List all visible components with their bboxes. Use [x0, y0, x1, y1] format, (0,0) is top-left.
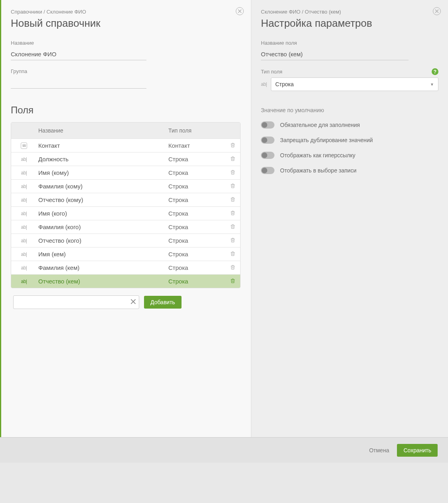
toggle-switch[interactable] — [261, 137, 274, 144]
row-type: Строка — [166, 210, 225, 217]
row-type: Строка — [166, 237, 225, 244]
col-type: Тип поля — [166, 123, 240, 139]
ab-icon: ab| — [21, 265, 27, 271]
toggle-label: Отображать в выборе записи — [280, 167, 356, 174]
delete-icon[interactable] — [230, 251, 236, 258]
row-type: Строка — [166, 224, 225, 230]
row-type: Строка — [166, 156, 225, 162]
row-name: Контакт — [37, 142, 166, 149]
toggle-label: Отображать как гиперссылку — [280, 152, 355, 158]
toggle-label: Обязательное для заполнения — [280, 122, 360, 128]
delete-icon[interactable] — [230, 142, 236, 149]
table-row[interactable]: ☎КонтактКонтакт — [11, 139, 240, 152]
close-left-button[interactable] — [236, 7, 244, 15]
delete-icon[interactable] — [230, 237, 236, 244]
row-type: Строка — [166, 169, 225, 176]
ab-icon: ab| — [21, 197, 27, 203]
col-name: Название — [37, 123, 166, 139]
fields-table: Название Тип поля ☎КонтактКонтактab|Долж… — [11, 122, 241, 288]
toggle-label: Запрещать дублирование значений — [280, 137, 373, 143]
group-label: Группа — [11, 68, 241, 74]
name-input[interactable] — [11, 48, 146, 60]
row-type: Строка — [166, 264, 225, 271]
ab-icon: ab| — [21, 170, 27, 176]
row-type: Строка — [166, 251, 225, 257]
row-name: Должность — [37, 156, 166, 162]
right-title: Настройка параметров — [261, 17, 438, 30]
ab-icon: ab| — [21, 184, 27, 189]
table-row[interactable]: ab|Отчество (кому)Строка — [11, 193, 240, 206]
table-row[interactable]: ab|Фамилия (кем)Строка — [11, 261, 240, 274]
toggle-switch[interactable] — [261, 152, 274, 159]
delete-icon[interactable] — [230, 278, 236, 285]
default-label: Значение по умолчанию — [261, 107, 438, 113]
save-button[interactable]: Сохранить — [397, 444, 438, 457]
table-header: Название Тип поля — [11, 123, 240, 139]
ab-icon: ab| — [21, 252, 27, 257]
delete-icon[interactable] — [230, 156, 236, 163]
delete-icon[interactable] — [230, 224, 236, 231]
ab-icon: ab| — [261, 81, 267, 87]
row-type: Контакт — [166, 142, 225, 149]
breadcrumb-right[interactable]: Склонение ФИО / Отчество (кем) — [261, 9, 438, 15]
row-name: Отчество (кому) — [37, 196, 166, 203]
table-row[interactable]: ab|ДолжностьСтрока — [11, 152, 240, 166]
row-name: Имя (кем) — [37, 251, 166, 257]
toggle-row: Отображать как гиперссылку — [261, 152, 438, 159]
type-select-value: Строка — [275, 81, 294, 87]
table-row[interactable]: ab|Фамилия (кого)Строка — [11, 220, 240, 234]
cancel-button[interactable]: Отмена — [369, 447, 389, 453]
row-name: Отчество (кем) — [37, 278, 166, 285]
breadcrumb[interactable]: Справочники / Склонение ФИО — [11, 9, 241, 15]
ab-icon: ab| — [21, 238, 27, 244]
field-name-input[interactable] — [261, 48, 409, 60]
table-row[interactable]: ab|Отчество (кого)Строка — [11, 234, 240, 247]
ab-icon: ab| — [21, 279, 27, 284]
delete-icon[interactable] — [230, 196, 236, 204]
close-right-button[interactable] — [433, 7, 441, 15]
chevron-down-icon: ▼ — [430, 82, 434, 87]
clear-icon[interactable] — [130, 298, 136, 307]
right-panel: Склонение ФИО / Отчество (кем) Настройка… — [251, 0, 448, 437]
table-row[interactable]: ab|Отчество (кем)Строка — [11, 274, 240, 288]
delete-icon[interactable] — [230, 169, 236, 176]
toggle-row: Отображать в выборе записи — [261, 167, 438, 174]
ab-icon: ab| — [21, 224, 27, 230]
toggle-switch[interactable] — [261, 121, 274, 129]
delete-icon[interactable] — [230, 183, 236, 190]
add-button[interactable]: Добавить — [144, 296, 182, 309]
row-name: Имя (кого) — [37, 210, 166, 217]
left-panel: Справочники / Склонение ФИО Новый справо… — [1, 0, 251, 437]
row-name: Имя (кому) — [37, 169, 166, 176]
table-row[interactable]: ab|Имя (кому)Строка — [11, 166, 240, 179]
field-name-label: Название поля — [261, 40, 438, 46]
row-name: Фамилия (кому) — [37, 183, 166, 190]
type-label: Тип поля — [261, 69, 282, 75]
fields-heading: Поля — [11, 105, 241, 116]
row-type: Строка — [166, 183, 225, 190]
ab-icon: ab| — [21, 211, 27, 216]
toggle-switch[interactable] — [261, 167, 274, 174]
row-name: Отчество (кого) — [37, 237, 166, 244]
page-title: Новый справочник — [11, 17, 241, 30]
type-select[interactable]: Строка ▼ — [271, 77, 438, 91]
add-field-input[interactable] — [13, 295, 139, 309]
group-input[interactable] — [11, 77, 146, 89]
table-row[interactable]: ab|Фамилия (кому)Строка — [11, 179, 240, 193]
footer: Отмена Сохранить — [0, 437, 448, 463]
row-name: Фамилия (кем) — [37, 264, 166, 271]
contact-icon: ☎ — [21, 143, 27, 149]
help-icon[interactable]: ? — [432, 68, 438, 75]
table-row[interactable]: ab|Имя (кем)Строка — [11, 247, 240, 261]
toggle-row: Запрещать дублирование значений — [261, 137, 438, 144]
row-type: Строка — [166, 196, 225, 203]
toggle-row: Обязательное для заполнения — [261, 121, 438, 129]
table-row[interactable]: ab|Имя (кого)Строка — [11, 206, 240, 220]
row-type: Строка — [166, 278, 225, 285]
row-name: Фамилия (кого) — [37, 224, 166, 230]
ab-icon: ab| — [21, 156, 27, 162]
delete-icon[interactable] — [230, 210, 236, 217]
delete-icon[interactable] — [230, 264, 236, 271]
name-label: Название — [11, 40, 241, 46]
